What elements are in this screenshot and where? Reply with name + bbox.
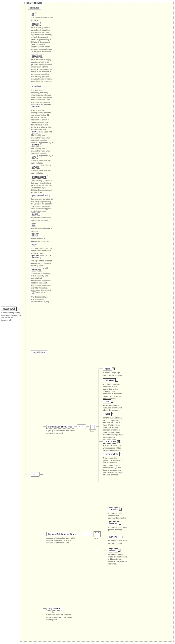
element-desc: An identifier of a more specific concept… bbox=[108, 540, 128, 544]
attribute-name[interactable]: id bbox=[31, 12, 35, 16]
connector bbox=[43, 426, 43, 608]
connector bbox=[103, 550, 107, 550]
group-box[interactable]: ConceptRelationshipsGroup bbox=[46, 532, 78, 536]
connector bbox=[43, 534, 46, 534]
connector bbox=[74, 426, 77, 427]
attribute-type: typeThe type of the concept assigned as … bbox=[31, 243, 53, 257]
attribute-name[interactable]: whyuri bbox=[31, 165, 40, 169]
instanceof-element[interactable]: instanceOf bbox=[1, 307, 17, 311]
attribute-typeuri: typeuriThe type of the concept assigned … bbox=[31, 255, 53, 269]
element-remoteInfo: remoteInfoA link to an item or a web res… bbox=[103, 440, 123, 454]
element-hierarchyInfo: hierarchyInfoRepresents the position of … bbox=[103, 452, 123, 476]
attribute-name[interactable]: pubconstraint bbox=[31, 175, 47, 179]
attribute-desc: If the attribute is empty, specifies whi… bbox=[31, 58, 53, 83]
element-broader: broaderAn identifier of a more generic c… bbox=[108, 521, 128, 531]
attribute-name[interactable]: creator bbox=[31, 22, 41, 26]
attribute-desc: A qualified code which identifies a conc… bbox=[31, 217, 53, 221]
connector bbox=[103, 523, 107, 523]
attribute-name[interactable]: literal bbox=[31, 233, 39, 237]
attribute-name[interactable]: type bbox=[31, 243, 38, 246]
element-related: relatedA related concept, where the rela… bbox=[108, 548, 128, 565]
any-other-extension: any ##other bbox=[46, 607, 63, 611]
attribute-desc: If the property value is not defined, sp… bbox=[31, 26, 53, 55]
element-desc: In NAR 1.8 and later, facet is deprecate… bbox=[103, 417, 123, 438]
attribute-name[interactable]: creatoruri bbox=[31, 54, 43, 58]
connector bbox=[99, 441, 103, 442]
connector bbox=[25, 5, 25, 474]
connector bbox=[99, 414, 103, 414]
connector bbox=[99, 401, 103, 401]
element-desc: A natural language name for the concept. bbox=[103, 372, 123, 376]
attribute-name[interactable]: custom bbox=[31, 105, 41, 108]
attribute-pubconstraint: pubconstraintOne or many constraints tha… bbox=[31, 175, 53, 196]
cardinality: 0..∞ bbox=[90, 430, 94, 432]
connector bbox=[99, 454, 103, 454]
group-label: ConceptDefinitionGroup bbox=[48, 425, 72, 428]
group-label: ConceptRelationshipsGroup bbox=[48, 533, 76, 535]
attribute-pubconstrainturi: pubconstrainturiOne or many constraints … bbox=[31, 194, 53, 215]
choice-compositor bbox=[94, 531, 101, 537]
element-box[interactable]: note bbox=[103, 399, 111, 403]
connector bbox=[40, 474, 43, 475]
attribute-name[interactable]: how bbox=[31, 130, 38, 133]
any-other-desc: Extension point for provider-defined pro… bbox=[46, 614, 74, 621]
connector bbox=[43, 426, 46, 427]
element-box[interactable]: definition bbox=[103, 378, 116, 382]
element-desc: An identifier of a concept with equivale… bbox=[108, 512, 128, 519]
group-box[interactable]: ConceptDefinitionGroup bbox=[46, 425, 74, 429]
attribute-desc: A URI which identifies a concept. bbox=[31, 228, 53, 232]
connector bbox=[96, 426, 99, 427]
attribute-dir: dirThe directionality of textual content… bbox=[31, 292, 53, 303]
attribute-creator: creatorIf the property value is not defi… bbox=[31, 22, 53, 55]
concept-definition-group: ConceptDefinitionGroup A group of proper… bbox=[46, 425, 76, 434]
attribute-name[interactable]: qcode bbox=[31, 212, 40, 216]
concept-relationships-group: ConceptRelationshipsGroup A group of pro… bbox=[46, 532, 78, 544]
element-note: noteAdditional natural language informat… bbox=[103, 399, 123, 411]
attribute-name[interactable]: typeuri bbox=[31, 255, 40, 259]
connector bbox=[103, 537, 107, 537]
attribute-whyuri: whyuriWhy the metadata has been included… bbox=[31, 165, 53, 177]
attribute-qcode: qcodeA qualified code which identifies a… bbox=[31, 212, 53, 221]
element-name: nameA natural language name for the conc… bbox=[103, 367, 123, 376]
element-box[interactable]: broader bbox=[108, 521, 119, 525]
connector bbox=[99, 369, 103, 369]
attribute-id: idThe local identifier of the property. bbox=[31, 12, 53, 21]
element-box[interactable]: related bbox=[108, 548, 118, 552]
choice-compositor bbox=[89, 424, 96, 430]
attribute-name[interactable]: why bbox=[31, 155, 38, 159]
type-title: Flex1PropType bbox=[23, 1, 44, 5]
instanceof-desc: A frequently updating information object… bbox=[1, 312, 21, 321]
attribute-desc: The date (and, optionally, the time) whe… bbox=[31, 89, 53, 106]
element-definition: definitionA natural language definition … bbox=[103, 378, 123, 402]
attribute-name[interactable]: dir bbox=[31, 292, 36, 295]
element-facet: facetIn NAR 1.8 and later, facet is depr… bbox=[103, 412, 123, 438]
connector bbox=[103, 509, 107, 509]
connector bbox=[101, 534, 103, 534]
sequence-compositor bbox=[31, 472, 40, 477]
attribute-name[interactable]: modified bbox=[31, 85, 42, 88]
attributes-title: attributes bbox=[28, 6, 41, 10]
attribute-desc: Specifies the language of this property … bbox=[31, 272, 53, 294]
element-box[interactable]: remoteInfo bbox=[103, 440, 117, 444]
element-box[interactable]: name bbox=[103, 367, 112, 371]
element-box[interactable]: facet bbox=[103, 412, 112, 416]
element-box[interactable]: hierarchyInfo bbox=[103, 452, 120, 456]
attribute-name[interactable]: pubconstrainturi bbox=[31, 194, 50, 197]
connector bbox=[86, 426, 89, 427]
attribute-name[interactable]: howuri bbox=[31, 143, 40, 147]
attribute-name[interactable]: uri bbox=[31, 223, 36, 227]
attribute-name[interactable]: xml:lang bbox=[31, 268, 42, 271]
element-desc: Represents the position of a concept in … bbox=[103, 457, 123, 476]
element-sameAs: sameAsAn identifier of a concept with eq… bbox=[108, 507, 128, 519]
attribute-why: whyWhy the metadata has been included - … bbox=[31, 155, 53, 167]
connector bbox=[79, 534, 82, 534]
instanceof-label: instanceOf bbox=[3, 307, 15, 310]
attributes-any-other: any ##other bbox=[31, 350, 47, 354]
connector bbox=[25, 474, 31, 474]
element-box[interactable]: sameAs bbox=[108, 507, 119, 511]
attribute-xml:lang: xml:langSpecifies the language of this p… bbox=[31, 268, 53, 294]
element-desc: An identifier of a more generic concept. bbox=[108, 526, 128, 531]
connector bbox=[99, 369, 99, 482]
attribute-modified: modifiedThe date (and, optionally, the t… bbox=[31, 85, 53, 106]
element-box[interactable]: narrower bbox=[108, 535, 120, 539]
